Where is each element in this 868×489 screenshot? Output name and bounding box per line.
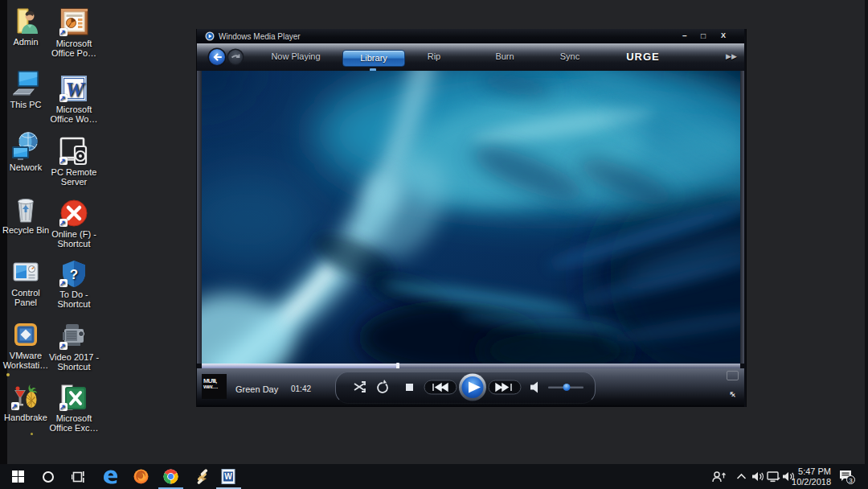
svg-text:W: W	[224, 472, 232, 481]
svg-text:W: W	[65, 78, 85, 101]
svg-text:?: ?	[70, 267, 78, 282]
svg-text:3: 3	[849, 477, 853, 484]
